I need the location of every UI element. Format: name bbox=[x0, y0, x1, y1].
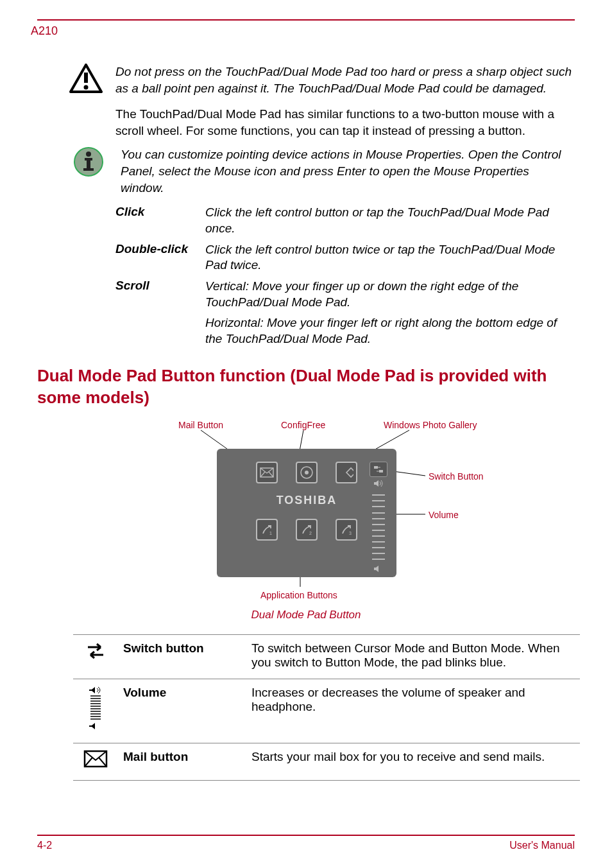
action-term-double-click: Double-click bbox=[115, 242, 205, 273]
table-row: Mail button Starts your mail box for you… bbox=[73, 743, 580, 781]
svg-point-2 bbox=[84, 85, 89, 90]
mail-icon bbox=[256, 462, 278, 483]
svg-text:2: 2 bbox=[309, 531, 312, 535]
action-desc-double-click: Click the left control button twice or t… bbox=[205, 242, 575, 273]
functions-table: Switch button To switch between Cursor M… bbox=[73, 634, 580, 781]
volume-desc: Increases or decreases the volume of spe… bbox=[246, 679, 580, 743]
intro-paragraph: The TouchPad/Dual Mode Pad has similar f… bbox=[115, 106, 575, 139]
action-desc-click: Click the left control button or tap the… bbox=[205, 205, 575, 236]
action-desc-scroll: Vertical: Move your finger up or down th… bbox=[205, 279, 575, 310]
warning-notice: Do not press on the TouchPad/Dual Mode P… bbox=[37, 64, 575, 97]
info-text: You can customize pointing device action… bbox=[121, 146, 575, 196]
svg-rect-17 bbox=[346, 468, 353, 477]
action-term-scroll: Scroll bbox=[115, 279, 205, 310]
header-model: A210 bbox=[31, 24, 575, 38]
table-row: Volume Increases or decreases the volume… bbox=[73, 679, 580, 743]
svg-rect-1 bbox=[84, 73, 88, 83]
volume-row-icon bbox=[73, 679, 118, 743]
volume-slider-icon bbox=[372, 492, 385, 562]
svg-rect-21 bbox=[374, 466, 378, 469]
label-gallery: Windows Photo Gallery bbox=[384, 420, 477, 430]
app-button-2-icon: 2 bbox=[296, 519, 318, 541]
dual-mode-pad-diagram: Mail Button ConfigFree Windows Photo Gal… bbox=[153, 420, 589, 612]
svg-text:1: 1 bbox=[269, 531, 272, 535]
label-volume: Volume bbox=[429, 510, 459, 520]
switch-desc: To switch between Cursor Mode and Button… bbox=[246, 635, 580, 679]
speaker-down-icon bbox=[373, 565, 384, 575]
info-notice: You can customize pointing device action… bbox=[37, 146, 575, 196]
svg-point-16 bbox=[305, 471, 309, 474]
switch-row-icon bbox=[73, 635, 118, 679]
label-switch: Switch Button bbox=[429, 471, 484, 482]
label-configfree: ConfigFree bbox=[281, 420, 325, 430]
svg-rect-22 bbox=[379, 470, 383, 473]
section-heading: Dual Mode Pad Button function (Dual Mode… bbox=[37, 365, 575, 409]
speaker-up-icon bbox=[373, 480, 384, 489]
warning-icon bbox=[69, 64, 106, 97]
action-desc-scroll-extra: Horizontal: Move your finger left or rig… bbox=[205, 315, 575, 347]
label-apps: Application Buttons bbox=[260, 590, 337, 600]
mail-row-icon bbox=[73, 743, 118, 781]
switch-icon bbox=[370, 462, 387, 477]
configfree-icon bbox=[296, 462, 318, 483]
dual-mode-pad-body: TOSHIBA 1 2 3 bbox=[217, 449, 396, 577]
svg-rect-7 bbox=[83, 168, 94, 171]
switch-term: Switch button bbox=[118, 635, 246, 679]
label-mail: Mail Button bbox=[178, 420, 223, 430]
mail-desc: Starts your mail box for you to receive … bbox=[246, 743, 580, 781]
gallery-icon bbox=[336, 462, 357, 483]
app-button-1-icon: 1 bbox=[256, 519, 278, 541]
volume-term: Volume bbox=[118, 679, 246, 743]
footer-manual: User's Manual bbox=[509, 840, 575, 851]
mail-term: Mail button bbox=[118, 743, 246, 781]
info-icon bbox=[73, 146, 110, 196]
actions-list: Click Click the left control button or t… bbox=[115, 205, 575, 347]
warning-text: Do not press on the TouchPad/Dual Mode P… bbox=[115, 64, 575, 97]
svg-rect-6 bbox=[87, 158, 90, 169]
app-button-3-icon: 3 bbox=[336, 519, 357, 541]
svg-point-4 bbox=[86, 152, 91, 157]
svg-text:3: 3 bbox=[349, 531, 352, 535]
action-term-click: Click bbox=[115, 205, 205, 236]
table-row: Switch button To switch between Cursor M… bbox=[73, 635, 580, 679]
footer-page: 4-2 bbox=[37, 840, 52, 851]
